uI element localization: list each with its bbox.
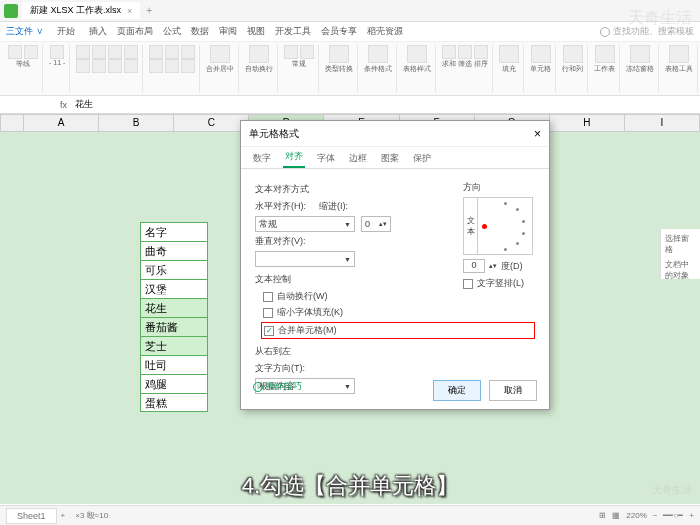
tip-icon: i [253,382,263,392]
formula-value[interactable]: 花生 [71,98,97,111]
col-a[interactable]: A [24,114,99,132]
watermark: 天奇生活 [628,8,692,29]
data-column: 名字 曲奇 可乐 汉堡 花生 番茄酱 芝士 吐司 鸡腿 蛋糕 [140,222,208,412]
merge-cells-check[interactable]: ✓合并单元格(M) [261,322,535,339]
statusbar: Sheet1 + ×3 殴=10 ⊞ ▦ 220% − ━━○━ + [0,505,700,525]
menu-view[interactable]: 视图 [247,25,265,38]
cell[interactable]: 汉堡 [140,279,208,298]
status-info: ×3 殴=10 [75,510,108,521]
close-tab-icon[interactable]: × [127,6,132,16]
view-icon[interactable]: ▦ [612,511,620,520]
cell-selected[interactable]: 番茄酱 [140,317,208,336]
menu-resource[interactable]: 稻壳资源 [367,25,403,38]
col-b[interactable]: B [99,114,174,132]
zoom-out[interactable]: − [653,511,658,520]
degree-label: 度(D) [501,260,523,273]
dialog-title: 单元格格式 [249,127,299,141]
sheet-tab[interactable]: Sheet1 [6,508,57,524]
orient-label: 方向 [463,181,533,194]
tutorial-caption: 4.勾选【合并单元格】 [242,471,458,501]
orientation-panel: 方向 文本 0 ▴▾ 度(D) 文字竖排(L) [463,181,533,293]
cell[interactable]: 吐司 [140,355,208,374]
dialog-titlebar: 单元格格式 × [241,121,549,147]
dialog-footer: i操作技巧 确定 取消 [241,380,549,401]
search-icon [600,27,610,37]
ribbon: 等线 - 11 - 合并居中 自动换行 常规 类型转换 条件格式 表格样式 求和… [0,42,700,96]
app-icon [4,4,18,18]
side-panel: 选择窗格 文档中的对象 [660,229,700,279]
menu-insert[interactable]: 插入 [89,25,107,38]
menu-start[interactable]: 开始 [53,24,79,39]
menu-dev[interactable]: 开发工具 [275,25,311,38]
fx-icon[interactable]: fx [56,100,71,110]
v-align-select[interactable]: ▼ [255,251,355,267]
cell-selected[interactable]: 花生 [140,298,208,317]
menu-layout[interactable]: 页面布局 [117,25,153,38]
watermark-small: 天奇生活 [652,483,692,497]
degree-input[interactable]: 0 [463,259,485,273]
tab-border[interactable]: 边框 [347,149,369,168]
text-dir-label: 文字方向(T): [255,362,305,375]
document-tab[interactable]: 新建 XLSX 工作表.xlsx × [22,2,140,19]
cell[interactable]: 鸡腿 [140,374,208,393]
cell-selected[interactable]: 芝士 [140,336,208,355]
orient-dial[interactable] [478,198,532,254]
zoom-slider[interactable]: ━━○━ [663,511,683,520]
cell[interactable]: 可乐 [140,260,208,279]
cancel-button[interactable]: 取消 [489,380,537,401]
tab-align[interactable]: 对齐 [283,147,305,168]
dialog-close-button[interactable]: × [534,127,541,141]
orient-vertical-text[interactable]: 文本 [464,198,478,254]
filename: 新建 XLSX 工作表.xlsx [30,4,121,17]
menu-formula[interactable]: 公式 [163,25,181,38]
vertical-text-check[interactable]: 文字竖排(L) [463,277,533,290]
cell-format-dialog: 单元格格式 × 数字 对齐 字体 边框 图案 保护 文本对齐方式 水平对齐(H)… [240,120,550,410]
orientation-box[interactable]: 文本 [463,197,533,255]
col-i[interactable]: I [625,114,700,132]
col-c[interactable]: C [174,114,249,132]
menubar: 三文件 ∨ 开始 插入 页面布局 公式 数据 审阅 视图 开发工具 会员专享 稻… [0,22,700,42]
section-rtl: 从右到左 [255,345,535,358]
tab-protect[interactable]: 保护 [411,149,433,168]
tab-font[interactable]: 字体 [315,149,337,168]
menu-data[interactable]: 数据 [191,25,209,38]
titlebar: 新建 XLSX 工作表.xlsx × + [0,0,700,22]
formula-bar: fx 花生 [0,96,700,114]
shrink-check[interactable]: 缩小字体填充(K) [263,306,535,319]
add-sheet-button[interactable]: + [61,511,66,520]
indent-spinner[interactable]: 0▴▾ [361,216,391,232]
menu-review[interactable]: 审阅 [219,25,237,38]
dialog-body: 文本对齐方式 水平对齐(H): 缩进(I): 常规▼ 0▴▾ 垂直对齐(V): … [241,169,549,405]
menu-member[interactable]: 会员专享 [321,25,357,38]
tab-number[interactable]: 数字 [251,149,273,168]
zoom-in[interactable]: + [689,511,694,520]
side-title: 选择窗格 [665,233,696,255]
h-align-label: 水平对齐(H): [255,200,313,213]
dialog-tabs: 数字 对齐 字体 边框 图案 保护 [241,147,549,169]
col-h[interactable]: H [550,114,625,132]
indent-label: 缩进(I): [319,200,349,213]
cell[interactable]: 名字 [140,222,208,241]
cell[interactable]: 蛋糕 [140,393,208,412]
menu-file[interactable]: 三文件 ∨ [6,25,43,38]
side-text: 文档中的对象 [665,259,696,281]
new-tab-button[interactable]: + [146,5,152,16]
h-align-select[interactable]: 常规▼ [255,216,355,232]
zoom-level[interactable]: 220% [626,511,646,520]
cell[interactable]: 曲奇 [140,241,208,260]
tab-pattern[interactable]: 图案 [379,149,401,168]
view-icon[interactable]: ⊞ [599,511,606,520]
tip-link[interactable]: i操作技巧 [253,380,302,393]
ok-button[interactable]: 确定 [433,380,481,401]
select-all-corner[interactable] [0,114,24,132]
degree-row: 0 ▴▾ 度(D) [463,259,533,273]
v-align-label: 垂直对齐(V): [255,235,313,248]
